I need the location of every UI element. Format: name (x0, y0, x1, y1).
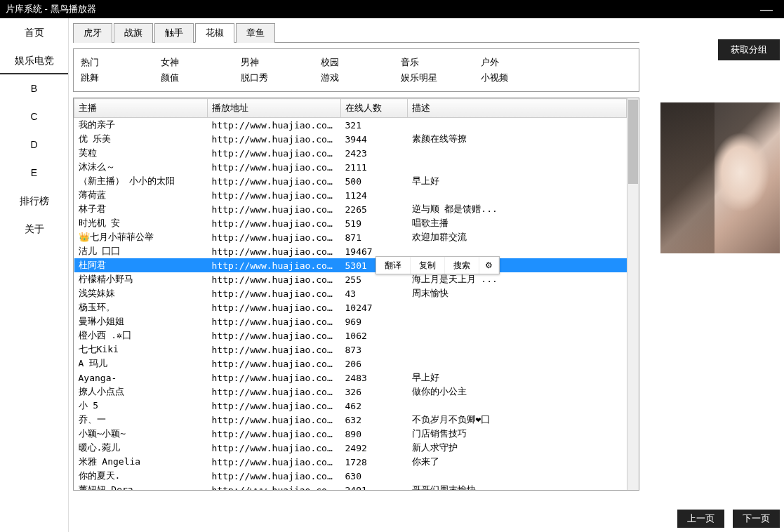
table-row[interactable]: 暖心.菀儿http://www.huajiao.co...2492新人求守护 (74, 441, 627, 455)
sidebar: 首页娱乐电竞BCDE排行榜关于 (0, 18, 69, 532)
next-page-button[interactable]: 下一页 (733, 510, 780, 528)
category-校园[interactable]: 校园 (321, 55, 401, 70)
table-row[interactable]: 曼琳小姐姐http://www.huajiao.co...969 (74, 314, 627, 328)
table-row[interactable]: 优 乐美http://www.huajiao.co...3944素颜在线等撩 (74, 132, 627, 146)
sidebar-item-5[interactable]: E (0, 159, 68, 187)
table-row[interactable]: 董妞妞 Dorahttp://www.huajiao.co...2491哥哥们周… (74, 483, 627, 490)
col-header-0[interactable]: 主播 (74, 99, 208, 118)
ctx-复制[interactable]: 复制 (411, 257, 445, 274)
scrollbar[interactable] (627, 98, 639, 490)
gear-icon[interactable]: ⚙ (479, 257, 499, 274)
category-box: 热门女神男神校园音乐户外跳舞颜值脱口秀游戏娱乐明星小视频 (73, 48, 639, 92)
sidebar-item-0[interactable]: 首页 (0, 18, 68, 46)
category-女神[interactable]: 女神 (161, 55, 241, 70)
table-row[interactable]: 小 5http://www.huajiao.co...462 (74, 399, 627, 413)
sidebar-item-6[interactable]: 排行榜 (0, 187, 68, 215)
table-row[interactable]: 杨玉环。http://www.huajiao.co...10247 (74, 300, 627, 314)
tab-触手[interactable]: 触手 (154, 23, 194, 43)
category-跳舞[interactable]: 跳舞 (81, 70, 161, 86)
category-脱口秀[interactable]: 脱口秀 (241, 70, 321, 86)
table-row[interactable]: A 玛儿http://www.huajiao.co...206 (74, 357, 627, 371)
sidebar-item-2[interactable]: B (0, 74, 68, 102)
table-row[interactable]: Ayanga-http://www.huajiao.co...2483早上好 (74, 371, 627, 385)
sidebar-item-7[interactable]: 关于 (0, 215, 68, 243)
table-row[interactable]: 小颖~小颖~http://www.huajiao.co...890门店销售技巧 (74, 427, 627, 441)
category-音乐[interactable]: 音乐 (401, 55, 481, 70)
table-row[interactable]: 七七Kikihttp://www.huajiao.co...873 (74, 343, 627, 357)
table-row[interactable]: 芙粒http://www.huajiao.co...2423 (74, 146, 627, 160)
table-row[interactable]: 我的亲子http://www.huajiao.co...321 (74, 118, 627, 133)
prev-page-button[interactable]: 上一页 (677, 510, 724, 528)
table-row[interactable]: 林子君http://www.huajiao.co...2265逆与顺 都是馈赠.… (74, 202, 627, 216)
titlebar: 片库系统 - 黑鸟播放器 — (0, 0, 784, 18)
get-group-button[interactable]: 获取分组 (718, 39, 780, 60)
sidebar-item-3[interactable]: C (0, 102, 68, 131)
preview-thumbnail (660, 102, 780, 253)
sidebar-item-4[interactable]: D (0, 131, 68, 159)
tab-章鱼[interactable]: 章鱼 (236, 23, 275, 43)
col-header-3[interactable]: 描述 (408, 99, 627, 118)
sidebar-item-1[interactable]: 娱乐电竞 (0, 46, 68, 74)
stream-table: 主播播放地址在线人数描述 我的亲子http://www.huajiao.co..… (73, 98, 639, 491)
table-row[interactable]: （新主播） 小小的太阳http://www.huajiao.co...500早上… (74, 174, 627, 188)
category-颜值[interactable]: 颜值 (161, 70, 241, 86)
category-游戏[interactable]: 游戏 (321, 70, 401, 86)
category-男神[interactable]: 男神 (241, 55, 321, 70)
tabs: 虎牙战旗触手花椒章鱼 (73, 22, 639, 43)
category-娱乐明星[interactable]: 娱乐明星 (401, 70, 481, 86)
tab-花椒[interactable]: 花椒 (195, 23, 234, 43)
context-menu: 翻译复制搜索⚙ (376, 256, 500, 274)
category-户外[interactable]: 户外 (481, 55, 561, 70)
table-row[interactable]: 时光机 安http://www.huajiao.co...519唱歌主播 (74, 216, 627, 230)
table-row[interactable]: 米雅 Angeliahttp://www.huajiao.co...1728你来… (74, 455, 627, 469)
table-row[interactable]: 👑七月小菲菲公举http://www.huajiao.co...871欢迎加群交… (74, 230, 627, 244)
table-row[interactable]: 杜阿君http://www.huajiao.co...5301你终于来啦 (74, 258, 627, 272)
table-row[interactable]: 洁儿 囗囗http://www.huajiao.co...19467 (74, 244, 627, 258)
table-row[interactable]: 你的夏天.http://www.huajiao.co...630 (74, 469, 627, 483)
table-row[interactable]: 柠檬精小野马http://www.huajiao.co...255海上月是天上月… (74, 272, 627, 286)
table-row[interactable]: 橙小西 .✲囗http://www.huajiao.co...1062 (74, 328, 627, 343)
ctx-搜索[interactable]: 搜索 (445, 257, 479, 274)
col-header-1[interactable]: 播放地址 (208, 99, 341, 118)
category-热门[interactable]: 热门 (81, 55, 161, 70)
window-title: 片库系统 - 黑鸟播放器 (6, 0, 96, 18)
tab-战旗[interactable]: 战旗 (114, 23, 153, 43)
table-row[interactable]: 沐沫么～http://www.huajiao.co...2111 (74, 160, 627, 174)
table-row[interactable]: 浅笑妹妹http://www.huajiao.co...43周末愉快 (74, 286, 627, 300)
minimize-button[interactable]: — (755, 0, 778, 18)
table-row[interactable]: 撩人小点点http://www.huajiao.co...326做你的小公主 (74, 385, 627, 399)
tab-虎牙[interactable]: 虎牙 (73, 23, 112, 43)
col-header-2[interactable]: 在线人数 (341, 99, 408, 118)
category-小视频[interactable]: 小视频 (481, 70, 561, 86)
ctx-翻译[interactable]: 翻译 (376, 257, 411, 274)
table-row[interactable]: 乔、一http://www.huajiao.co...632不负岁月不负卿❤囗 (74, 413, 627, 427)
table-row[interactable]: 薄荷蓝http://www.huajiao.co...1124 (74, 188, 627, 202)
